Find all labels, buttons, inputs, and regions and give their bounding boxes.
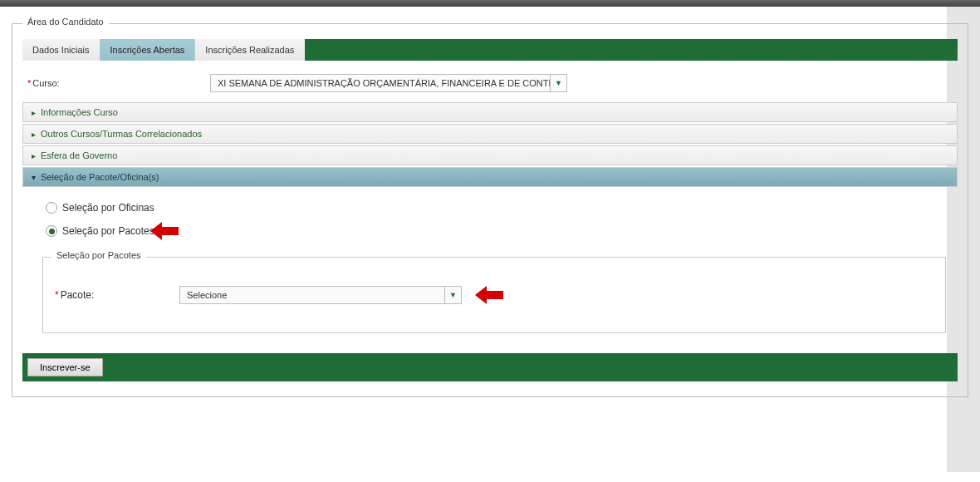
- radio-pacotes-row: Seleção por Pacotes: [46, 225, 958, 237]
- radio-label: Seleção por Pacotes: [62, 225, 154, 237]
- area-candidato-panel: Área do Candidato Dados Iniciais Inscriç…: [12, 23, 968, 397]
- chevron-down-icon: [32, 172, 36, 182]
- accordion-label: Outros Cursos/Turmas Correlacionados: [41, 129, 202, 139]
- annotation-arrow-icon: [475, 284, 505, 306]
- tab-label: Inscrições Abertas: [110, 45, 184, 55]
- tab-label: Inscrições Realizadas: [205, 45, 294, 55]
- inner-panel-legend: Seleção por Pacotes: [51, 250, 146, 260]
- accordion-informacoes-curso[interactable]: Informações Curso: [22, 102, 958, 122]
- accordion-label: Informações Curso: [41, 107, 118, 117]
- selecao-pacotes-panel: Seleção por Pacotes *Pacote: Selecione ▼: [42, 257, 946, 333]
- radio-label: Seleção por Oficinas: [62, 202, 154, 214]
- pacote-placeholder: Selecione: [180, 290, 444, 300]
- panel-legend: Área do Candidato: [22, 17, 109, 27]
- accordion-label: Esfera de Governo: [41, 150, 117, 160]
- accordion-esfera-governo[interactable]: Esfera de Governo: [22, 145, 958, 165]
- tab-inscricoes-abertas[interactable]: Inscrições Abertas: [100, 39, 195, 61]
- accordion-outros-cursos[interactable]: Outros Cursos/Turmas Correlacionados: [22, 124, 958, 144]
- required-marker: *: [27, 78, 31, 88]
- curso-select[interactable]: XI SEMANA DE ADMINISTRAÇÃO ORÇAMENTÁRIA,…: [210, 74, 567, 92]
- chevron-right-icon: [32, 129, 36, 139]
- chevron-right-icon: [32, 107, 36, 117]
- pacote-label: *Pacote:: [55, 289, 179, 301]
- tab-bar: Dados Iniciais Inscrições Abertas Inscri…: [22, 39, 958, 61]
- radio-selecao-pacotes[interactable]: [46, 225, 57, 237]
- curso-label: *Curso:: [27, 78, 210, 88]
- required-marker: *: [55, 289, 59, 301]
- annotation-arrow-icon: [150, 220, 180, 242]
- pacote-label-text: Pacote:: [61, 289, 95, 301]
- radio-oficinas-row: Seleção por Oficinas: [46, 202, 958, 214]
- chevron-down-icon[interactable]: ▼: [550, 75, 566, 91]
- inscrever-button[interactable]: Inscrever-se: [27, 358, 103, 376]
- accordion-label: Seleção de Pacote/Oficina(s): [41, 172, 159, 182]
- tab-inscricoes-realizadas[interactable]: Inscrições Realizadas: [195, 39, 305, 61]
- accordion-selecao-pacote[interactable]: Seleção de Pacote/Oficina(s): [22, 167, 958, 187]
- tab-label: Dados Iniciais: [32, 45, 89, 55]
- curso-label-text: Curso:: [32, 78, 59, 88]
- chevron-down-icon[interactable]: ▼: [444, 287, 461, 303]
- curso-row: *Curso: XI SEMANA DE ADMINISTRAÇÃO ORÇAM…: [27, 74, 953, 92]
- submit-bar: Inscrever-se: [22, 353, 958, 381]
- pacote-select[interactable]: Selecione ▼: [179, 286, 462, 304]
- button-label: Inscrever-se: [40, 362, 91, 372]
- tab-dados-iniciais[interactable]: Dados Iniciais: [22, 39, 100, 61]
- radio-selecao-oficinas[interactable]: [46, 202, 57, 214]
- chevron-right-icon: [32, 150, 36, 160]
- curso-selected-value: XI SEMANA DE ADMINISTRAÇÃO ORÇAMENTÁRIA,…: [211, 78, 550, 88]
- window-top-bar: [0, 0, 980, 7]
